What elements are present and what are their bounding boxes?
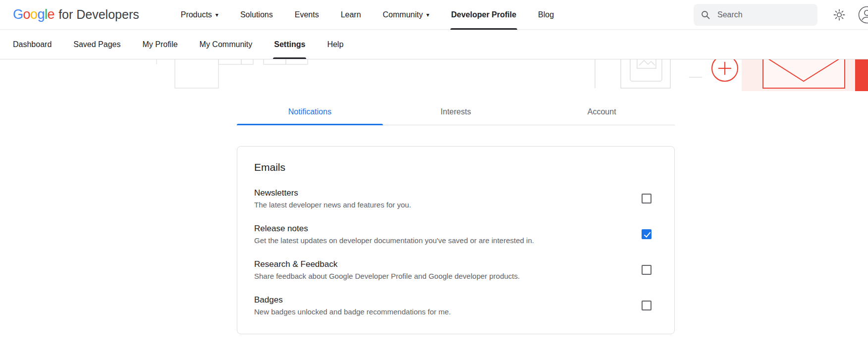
checkbox-research-and-feedback[interactable] xyxy=(642,265,651,275)
setting-row-research-and-feedback: Research & Feedback Share feedback about… xyxy=(254,259,657,280)
emails-card: Emails Newsletters The latest developer … xyxy=(237,146,675,334)
nav-item-blog[interactable]: Blog xyxy=(538,0,554,30)
subnav-item-saved-pages[interactable]: Saved Pages xyxy=(73,30,120,59)
top-header: Google for Developers Products Solutions… xyxy=(0,0,868,30)
profile-subnav: Dashboard Saved Pages My Profile My Comm… xyxy=(0,30,868,59)
checkbox-badges[interactable] xyxy=(642,301,651,310)
google-developers-logo[interactable]: Google for Developers xyxy=(13,7,139,22)
theme-toggle-icon[interactable] xyxy=(833,9,845,21)
emails-card-title: Emails xyxy=(254,161,657,173)
subnav-item-settings[interactable]: Settings xyxy=(274,30,305,59)
nav-item-developer-profile[interactable]: Developer Profile xyxy=(451,0,517,30)
settings-tabs: Notifications Interests Account xyxy=(237,100,675,125)
nav-item-products[interactable]: Products xyxy=(181,0,218,30)
email-settings-list: Newsletters The latest developer news an… xyxy=(254,188,657,316)
setting-row-newsletters: Newsletters The latest developer news an… xyxy=(254,188,657,209)
setting-row-badges: Badges New badges unlocked and badge rec… xyxy=(254,295,657,316)
tab-interests[interactable]: Interests xyxy=(383,100,529,125)
google-logo-text: Google xyxy=(13,7,54,22)
setting-row-release-notes: Release notes Get the latest updates on … xyxy=(254,224,657,245)
nav-item-learn[interactable]: Learn xyxy=(341,0,361,30)
checkbox-release-notes[interactable] xyxy=(642,229,651,239)
search-input[interactable] xyxy=(716,10,806,20)
subnav-item-help[interactable]: Help xyxy=(327,30,343,59)
tab-notifications[interactable]: Notifications xyxy=(237,100,383,125)
banner-illustration xyxy=(0,59,868,91)
nav-item-events[interactable]: Events xyxy=(295,0,319,30)
main-nav: Products Solutions Events Learn Communit… xyxy=(181,0,554,30)
topbar-right xyxy=(694,4,868,26)
logo-suffix: for Developers xyxy=(58,7,139,22)
search-box[interactable] xyxy=(694,4,817,26)
avatar[interactable] xyxy=(858,6,868,24)
decorative-banner xyxy=(0,59,868,91)
account-person-icon xyxy=(858,6,868,24)
nav-item-solutions[interactable]: Solutions xyxy=(240,0,273,30)
search-icon xyxy=(701,10,710,20)
tab-account[interactable]: Account xyxy=(529,100,675,125)
nav-item-community[interactable]: Community xyxy=(383,0,430,30)
checkbox-newsletters[interactable] xyxy=(642,194,651,204)
settings-content: Notifications Interests Account Emails N… xyxy=(237,100,675,334)
subnav-item-my-community[interactable]: My Community xyxy=(200,30,253,59)
subnav-item-dashboard[interactable]: Dashboard xyxy=(13,30,52,59)
subnav-item-my-profile[interactable]: My Profile xyxy=(142,30,177,59)
